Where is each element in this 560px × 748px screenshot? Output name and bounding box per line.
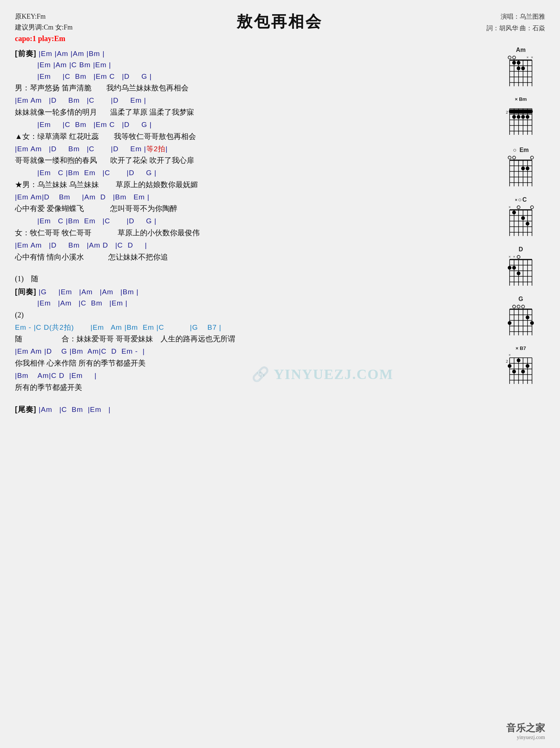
chords-ending: |Am |C Bm |Em | [39, 406, 111, 413]
lyric-4: 哥哥就像一缕和煦的春风 吹开了花朵 吹开了我心扉 [15, 155, 489, 166]
svg-rect-31 [509, 109, 533, 114]
svg-point-16 [517, 61, 520, 65]
page: 原KEY:Fm 建议男调:Cm 女:Fm capo:1 play:Em 敖包再相… [0, 0, 560, 748]
chord-line-11: |Em Am |D G |Bm Am|C D Em - | [15, 347, 489, 357]
chord-line-3: |Em |C Bm |Em C |D G | [37, 72, 489, 82]
lyric-12: 你我相伴 心来作陪 所有的季节都盛开美 [15, 357, 489, 369]
chord-diagrams: Am [497, 47, 545, 416]
chord-name-am: Am [497, 47, 545, 53]
lyric-7: 女：牧仁哥哥 牧仁哥哥 草原上的小伙数你最俊伟 [15, 227, 489, 238]
chord-line-6: |Em Am |D Bm |C |D Em |等2拍| [15, 144, 489, 154]
chord-svg-am: × × [504, 55, 538, 88]
footer-brand: 音乐之家 yinyuezj.com [506, 721, 545, 741]
svg-text:×: × [531, 55, 533, 59]
main-content: [前奏] |Em |Am |Am |Bm | |Em |Am |C Bm |Em… [15, 47, 545, 416]
lyric-11: 随 合：妹妹爱哥哥 哥哥爱妹妹 人生的路再远也无所谓 [15, 333, 489, 344]
chord-diagram-am: Am [497, 47, 545, 90]
chord-svg-c: × [504, 204, 538, 238]
chord-name-em: ○Em [497, 147, 545, 153]
svg-point-68 [526, 222, 529, 226]
svg-point-35 [526, 115, 529, 119]
header: 原KEY:Fm 建议男调:Cm 女:Fm capo:1 play:Em 敖包再相… [15, 11, 545, 43]
svg-text:×: × [508, 353, 511, 357]
chord-interlude: [间奏] |G |Em |Am |Am |Bm | [15, 286, 489, 297]
svg-point-47 [508, 156, 511, 159]
song-title: 敖包再相会 [73, 11, 486, 32]
chord-diagram-bm: × Bm 2 [497, 96, 545, 140]
chord-svg-em [504, 155, 538, 188]
chord-name-b7: × B7 [497, 345, 545, 351]
lyric-2: 妹妹就像一轮多情的明月 温柔了草原 温柔了我梦寐 [15, 106, 489, 118]
chord-line-8: |Em Am|D Bm |Am D |Bm Em | [15, 192, 489, 202]
svg-text:×: × [508, 254, 511, 259]
svg-text:×: × [508, 205, 511, 209]
svg-point-84 [512, 266, 516, 270]
lyric-8: 心中有情 情向小溪水 怎让妹妹不把你追 [15, 251, 489, 263]
svg-point-116 [517, 359, 520, 362]
lyrics-area: [前奏] |Em |Am |Am |Bm | |Em |Am |C Bm |Em… [15, 47, 497, 416]
svg-point-101 [508, 321, 511, 325]
chord-line-10: |Em Am |D Bm |Am D |C D | [15, 240, 489, 251]
brand-english: yinyuezj.com [506, 735, 545, 741]
chord-ending: [尾奏] |Am |C Bm |Em | [15, 404, 489, 415]
svg-point-18 [521, 66, 525, 70]
chord-line-2: |Em |Am |C Bm |Em | [37, 60, 489, 70]
chord-name-g: G [497, 296, 545, 302]
capo-info: capo:1 play:Em [15, 34, 73, 43]
suggested-key: 建议男调:Cm 女:Fm [15, 22, 73, 33]
svg-point-97 [513, 305, 516, 308]
chord-svg-b7: 2 × [504, 352, 538, 388]
section-interlude: [间奏] [15, 288, 36, 296]
lyric-5: ★男：乌兰妹妹 乌兰妹妹 草原上的姑娘数你最妩媚 [15, 179, 489, 190]
chord-special: Em - |C D(共2拍) |Em Am |Bm Em |C |G B7 | [15, 323, 489, 333]
lyric-6: 心中有爱 爱像蝴蝶飞 怎叫哥哥不为你陶醉 [15, 203, 489, 214]
key-info-block: 原KEY:Fm 建议男调:Cm 女:Fm capo:1 play:Em [15, 11, 73, 43]
svg-point-120 [521, 370, 525, 373]
chord-line-9: |Em C |Bm Em |C |D G | [37, 216, 489, 226]
chord-interlude-2: |Em |Am |C Bm |Em | [37, 298, 489, 308]
chords-interlude: |G |Em |Am |Am |Bm | [39, 288, 139, 296]
chord-diagram-em: ○Em [497, 147, 545, 190]
lyric-1: 男：琴声悠扬 笛声清脆 我约乌兰妹妹敖包再相会 [15, 82, 489, 93]
svg-text:2: 2 [506, 110, 508, 114]
svg-point-102 [530, 321, 534, 325]
svg-point-65 [531, 206, 533, 209]
chord-name-c: × ○ C [497, 196, 545, 203]
svg-point-33 [517, 115, 520, 119]
svg-point-51 [526, 167, 529, 170]
lyricist: 詞：胡风华 曲：石焱 [486, 23, 545, 34]
svg-point-67 [521, 216, 525, 220]
chord-diagram-b7: × B7 2 × [497, 345, 545, 389]
svg-point-15 [512, 61, 516, 65]
chord-line-4: |Em Am |D Bm |C |D Em | [15, 96, 489, 106]
svg-point-85 [517, 271, 520, 275]
svg-point-50 [521, 167, 525, 170]
svg-point-17 [517, 66, 520, 70]
svg-point-11 [508, 56, 511, 59]
svg-point-32 [512, 115, 516, 119]
svg-point-64 [517, 206, 520, 209]
svg-point-34 [521, 115, 525, 119]
chord-diagram-d: D × × [497, 246, 545, 289]
svg-point-12 [513, 56, 516, 59]
svg-point-49 [531, 156, 533, 159]
chord-diagram-g: G [497, 296, 545, 339]
chord-svg-d: × × [504, 254, 538, 288]
svg-point-48 [513, 156, 516, 159]
svg-point-119 [512, 370, 516, 373]
brand-chinese: 音乐之家 [506, 721, 545, 735]
svg-point-100 [526, 316, 529, 319]
chord-svg-g [504, 304, 538, 337]
svg-point-83 [508, 266, 511, 270]
lyric-10: (2) [15, 309, 489, 320]
original-key: 原KEY:Fm [15, 11, 73, 22]
chord-svg-bm: 2 [504, 103, 538, 139]
svg-text:×: × [513, 254, 515, 259]
svg-point-118 [526, 364, 529, 368]
lyric-13: 所有的季节都盛开美 [15, 382, 489, 393]
title-area: 敖包再相会 [73, 11, 486, 32]
chords-1: |Em |Am |Am |Bm | [39, 50, 105, 58]
svg-point-117 [508, 364, 511, 368]
section-ending: [尾奏] [15, 405, 36, 413]
chord-line-1: [前奏] |Em |Am |Am |Bm | [15, 48, 489, 59]
